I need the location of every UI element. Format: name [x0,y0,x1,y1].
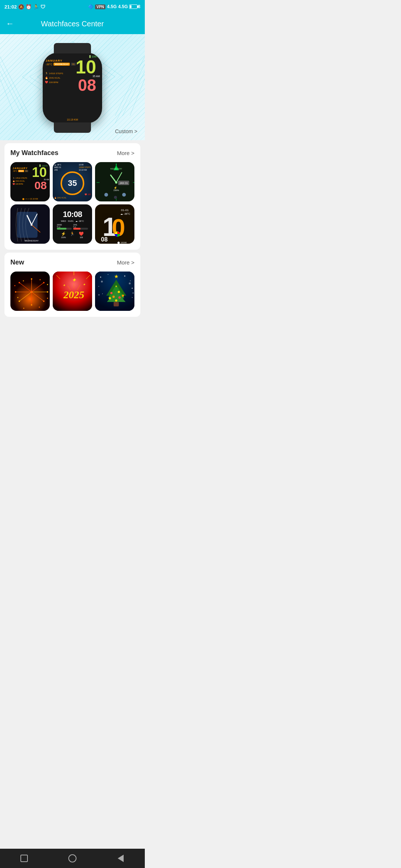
svg-line-44 [32,292,44,301]
svg-point-97 [118,296,121,299]
svg-text:✦: ✦ [63,284,66,287]
back-button[interactable]: ← [6,19,14,29]
fireworks-svg [10,272,50,311]
new-watchface-item-1[interactable] [10,272,50,311]
wf6-svg: 1 0 08 01-01 ☁ -36°C ⬤ 10090 [95,204,134,244]
svg-text:❄: ❄ [98,294,100,296]
svg-text:❄: ❄ [132,292,134,294]
wf1-km: ⬤—•—• 10.19 KM [22,198,38,200]
christmas-svg: ★ ❄ ❄ ❄ ❄ [95,272,134,311]
svg-point-22 [114,196,117,199]
new-watchface-item-3[interactable]: ★ ❄ ❄ ❄ ❄ [95,272,134,311]
svg-text:WEDNESDAY: WEDNESDAY [110,168,123,170]
watchface-item-6[interactable]: 1 0 08 01-01 ☁ -36°C ⬤ 10090 [95,204,134,244]
watch-ampm: 35 AM [92,75,100,78]
wf2-bottom: 🔥 1541 KCAL ❤️ 108 [54,193,91,200]
wf1-hour: 10 [32,166,47,179]
svg-line-2 [0,71,22,116]
svg-text:WEDNESDAY: WEDNESDAY [25,240,39,242]
svg-line-42 [32,283,44,292]
svg-text:⬤ 10090: ⬤ 10090 [117,241,127,244]
svg-point-98 [109,297,111,299]
signal2-label: 4.5G [118,4,128,9]
new-watchfaces-grid: 2025 ✦ ✦ ✦ [10,272,134,311]
svg-point-80 [130,280,131,281]
signal1-label: 4.5G [107,4,117,9]
new-section-more[interactable]: More > [117,259,134,266]
svg-point-18 [115,181,117,184]
svg-text:★: ★ [114,273,119,279]
svg-line-7 [130,79,145,116]
my-watchfaces-section: My Watchfaces More > 🔋 100% JANUARY -36°… [4,143,140,250]
svg-point-59 [47,284,48,285]
watch-temp: -36°C [46,63,52,66]
wf5-icon-battery: ⚡ 100% [61,231,66,239]
svg-point-94 [110,292,113,294]
wf5-date: WED 01/01 ☁ -36°C [61,220,84,222]
watch-screen: 🔋 100% JANUARY -36°C WEDNESDAY 01 10 08 … [43,53,102,123]
svg-point-82 [132,288,133,289]
wf5-icon-heart: ❤️ 108 [79,231,84,239]
battery-icon: 8 [129,4,140,9]
watchface-item-5[interactable]: 10:08 WED 01/01 ☁ -36°C 10090 Steps 1541… [53,204,92,244]
svg-text:❄: ❄ [101,280,103,283]
page-header: ← Watchfaces Center [0,13,145,34]
svg-point-23 [122,193,126,197]
wf3-svg: JAN 01 100% WEDNESDAY ⚡ [95,162,134,201]
page-title: Watchfaces Center [41,20,104,28]
svg-point-83 [102,293,103,294]
bluetooth-icon: 🔷 [88,4,94,9]
svg-point-84 [132,297,133,298]
watchface-item-1[interactable]: 🔋 100% JANUARY -36°C WED 01 10 08 35 AM … [10,162,50,201]
svg-point-99 [122,295,124,297]
svg-text:0: 0 [112,214,125,241]
watch-strap-bottom [54,122,91,133]
watch-preview: 🔋 100% JANUARY -36°C WEDNESDAY 01 10 08 … [43,43,102,133]
wf2-number: 35 [68,178,77,188]
svg-point-101 [115,286,117,287]
svg-point-31 [31,224,33,226]
svg-point-63 [14,285,16,286]
new-watchface-item-2[interactable]: 2025 ✦ ✦ ✦ [53,272,92,311]
watchface-item-4[interactable]: WEDNESDAY [10,204,50,244]
new-section-header: New More > [10,259,134,266]
svg-line-4 [115,56,145,116]
svg-point-21 [104,193,108,197]
svg-point-51 [47,291,48,293]
wf1-stats: 🏃 14516 STEPS 🔥 1541 KCAL ❤️ 108 BPM [13,177,27,185]
svg-point-95 [118,291,120,293]
mute-icon: 🔕 [18,4,24,10]
custom-link[interactable]: Custom > [115,128,137,134]
wf4-svg: WEDNESDAY [10,204,50,244]
svg-point-60 [47,298,48,299]
watchface-item-3[interactable]: JAN 01 100% WEDNESDAY ⚡ [95,162,134,201]
wf5-bars: 10090 Steps 1541 Kcal [57,224,88,230]
status-bar: 21:02 🔕 ⏰ 🏃 🛡 🔷 VPN 4.5G 4.5G 8 [0,0,145,13]
my-watchfaces-more[interactable]: More > [117,150,134,156]
svg-point-61 [39,307,40,308]
watch-hour-display: 10 [75,58,96,76]
svg-text:✦: ✦ [72,277,76,283]
new-section: New More > [4,253,140,317]
wf5-bar-steps: 10090 Steps [57,224,72,230]
watch-stats: 🏃 14516 STEPS 🔥 1541 KCAL ❤️ 108 BPM [45,72,63,84]
watch-distance: 10.19 KM [67,118,78,121]
new-section-title: New [10,259,24,266]
svg-point-54 [19,300,20,302]
svg-point-77 [100,277,101,278]
svg-point-100 [115,299,117,302]
svg-text:☁ -36°C: ☁ -36°C [120,213,130,215]
vpn-badge: VPN [95,4,106,9]
status-right: 🔷 VPN 4.5G 4.5G 8 [88,4,140,9]
wf2-info: ☁ -36°C WED 01 JAN [54,164,61,171]
svg-point-96 [113,296,115,298]
svg-point-57 [23,280,24,282]
watch-kcal: 🔥 1541 KCAL [45,76,63,79]
svg-line-5 [115,64,145,123]
svg-point-81 [98,286,99,287]
svg-line-1 [0,64,30,123]
wf1-min: 08 [35,180,47,191]
svg-text:❄: ❄ [128,282,131,285]
my-watchfaces-header: My Watchfaces More > [10,149,134,157]
watchface-item-2[interactable]: ☁ -36°C WED 01 JAN 10:08 10090 STEPS 10.… [53,162,92,201]
